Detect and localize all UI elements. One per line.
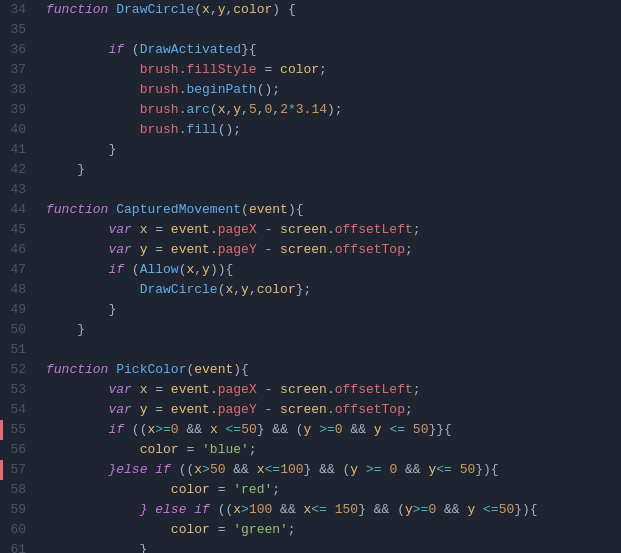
code-line: 42 } (0, 160, 621, 180)
line-number: 45 (0, 220, 42, 240)
line-content: var y = event.pageY - screen.offsetTop; (42, 400, 621, 420)
code-line: 57 }else if ((x>50 && x<=100} && (y >= 0… (0, 460, 621, 480)
code-line: 37 brush.fillStyle = color; (0, 60, 621, 80)
line-content: } (42, 320, 621, 340)
line-number: 47 (0, 260, 42, 280)
line-number: 52 (0, 360, 42, 380)
code-line: 48 DrawCircle(x,y,color}; (0, 280, 621, 300)
code-line: 38 brush.beginPath(); (0, 80, 621, 100)
code-line: 49 } (0, 300, 621, 320)
line-content: if (Allow(x,y)){ (42, 260, 621, 280)
line-number: 53 (0, 380, 42, 400)
line-content: var y = event.pageY - screen.offsetTop; (42, 240, 621, 260)
line-content: var x = event.pageX - screen.offsetLeft; (42, 380, 621, 400)
line-number: 57 (0, 460, 42, 480)
line-content: brush.arc(x,y,5,0,2*3.14); (42, 100, 621, 120)
code-line: 50 } (0, 320, 621, 340)
line-number: 36 (0, 40, 42, 60)
code-line: 39 brush.arc(x,y,5,0,2*3.14); (0, 100, 621, 120)
line-content: color = 'red'; (42, 480, 621, 500)
line-number: 50 (0, 320, 42, 340)
line-number: 43 (0, 180, 42, 200)
code-line: 58 color = 'red'; (0, 480, 621, 500)
line-content: } (42, 140, 621, 160)
line-content (42, 340, 621, 360)
line-content: function CapturedMovement(event){ (42, 200, 621, 220)
line-content: color = 'green'; (42, 520, 621, 540)
line-number: 59 (0, 500, 42, 520)
line-number: 55 (0, 420, 42, 440)
code-line: 53 var x = event.pageX - screen.offsetLe… (0, 380, 621, 400)
line-number: 54 (0, 400, 42, 420)
line-content: if ((x>=0 && x <=50} && (y >=0 && y <= 5… (42, 420, 621, 440)
line-content: } (42, 160, 621, 180)
line-number: 34 (0, 0, 42, 20)
line-number: 41 (0, 140, 42, 160)
line-number: 39 (0, 100, 42, 120)
code-line: 59 } else if ((x>100 && x<= 150} && (y>=… (0, 500, 621, 520)
code-line: 34function DrawCircle(x,y,color) { (0, 0, 621, 20)
code-line: 51 (0, 340, 621, 360)
code-line: 47 if (Allow(x,y)){ (0, 260, 621, 280)
line-content: } (42, 540, 621, 553)
line-content: function PickColor(event){ (42, 360, 621, 380)
code-line: 45 var x = event.pageX - screen.offsetLe… (0, 220, 621, 240)
line-content: brush.fillStyle = color; (42, 60, 621, 80)
code-line: 52function PickColor(event){ (0, 360, 621, 380)
line-number: 37 (0, 60, 42, 80)
line-content: function DrawCircle(x,y,color) { (42, 0, 621, 20)
line-content: } (42, 300, 621, 320)
code-line: 44function CapturedMovement(event){ (0, 200, 621, 220)
line-content: brush.fill(); (42, 120, 621, 140)
code-line: 61 } (0, 540, 621, 553)
code-line: 40 brush.fill(); (0, 120, 621, 140)
line-content: DrawCircle(x,y,color}; (42, 280, 621, 300)
line-number: 58 (0, 480, 42, 500)
line-number: 56 (0, 440, 42, 460)
line-content: } else if ((x>100 && x<= 150} && (y>=0 &… (42, 500, 621, 520)
line-content: }else if ((x>50 && x<=100} && (y >= 0 &&… (42, 460, 621, 480)
line-number: 44 (0, 200, 42, 220)
line-number: 38 (0, 80, 42, 100)
line-number: 46 (0, 240, 42, 260)
code-line: 60 color = 'green'; (0, 520, 621, 540)
line-number: 42 (0, 160, 42, 180)
line-number: 60 (0, 520, 42, 540)
line-number: 49 (0, 300, 42, 320)
code-line: 35 (0, 20, 621, 40)
code-line: 54 var y = event.pageY - screen.offsetTo… (0, 400, 621, 420)
line-number: 48 (0, 280, 42, 300)
line-content: if (DrawActivated}{ (42, 40, 621, 60)
line-content: color = 'blue'; (42, 440, 621, 460)
line-number: 51 (0, 340, 42, 360)
line-content (42, 180, 621, 200)
code-editor: 34function DrawCircle(x,y,color) {35 36 … (0, 0, 621, 553)
code-line: 43 (0, 180, 621, 200)
line-number: 40 (0, 120, 42, 140)
code-line: 56 color = 'blue'; (0, 440, 621, 460)
code-line: 41 } (0, 140, 621, 160)
code-line: 55 if ((x>=0 && x <=50} && (y >=0 && y <… (0, 420, 621, 440)
code-line: 36 if (DrawActivated}{ (0, 40, 621, 60)
line-content (42, 20, 621, 40)
line-content: brush.beginPath(); (42, 80, 621, 100)
line-content: var x = event.pageX - screen.offsetLeft; (42, 220, 621, 240)
line-number: 61 (0, 540, 42, 553)
code-line: 46 var y = event.pageY - screen.offsetTo… (0, 240, 621, 260)
line-number: 35 (0, 20, 42, 40)
